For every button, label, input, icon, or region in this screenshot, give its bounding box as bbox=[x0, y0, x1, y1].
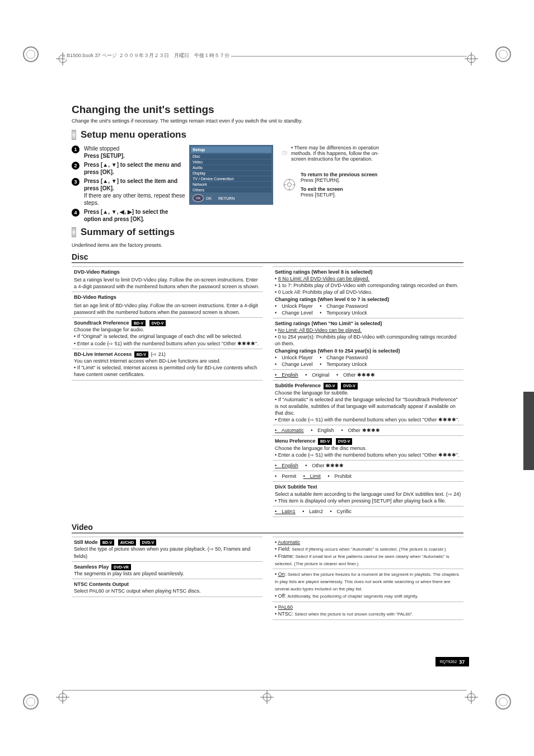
setting-option: Unlock Player bbox=[275, 354, 313, 361]
remote-setup-icon bbox=[282, 177, 297, 192]
format-tag: DVD-V bbox=[341, 383, 358, 389]
setting-name: Menu Preference bbox=[275, 438, 316, 444]
setting-option: Change Password bbox=[320, 303, 368, 309]
screenshot-item: Video bbox=[191, 159, 271, 165]
step-text: Press [▲, ▼, ◀, ▶] to select the option … bbox=[84, 208, 186, 223]
disc-heading: Disc bbox=[72, 252, 463, 263]
format-tag: DVD-VR bbox=[111, 564, 131, 570]
heading-ornament-icon bbox=[72, 227, 76, 237]
format-tag: BD-V bbox=[324, 383, 338, 389]
page-subtitle: Change the unit's settings if necessary.… bbox=[72, 118, 463, 124]
setting-note: If "Automatic" is selected and the langu… bbox=[275, 397, 458, 416]
page-number: RQT9262 37 bbox=[435, 657, 469, 666]
setting-option: Original bbox=[305, 372, 329, 378]
setting-option: 8 No Limit: All DVD-Video can be played. bbox=[278, 276, 369, 281]
setting-option: No Limit: All BD-Video can be played. bbox=[278, 327, 362, 333]
format-tag: BD-V bbox=[132, 320, 146, 326]
screenshot-ok-icon: OK bbox=[193, 194, 204, 202]
setting-desc: Choose the language for the disc menus. bbox=[275, 445, 367, 451]
step-text: Press [▲, ▼] to select the menu and pres… bbox=[84, 161, 186, 176]
setting-name: Subtitle Preference bbox=[275, 383, 321, 388]
format-tag: BD-V bbox=[318, 438, 332, 444]
video-heading: Video bbox=[72, 523, 463, 533]
setting-option: 1 to 7: Prohibits play of DVD-Video with… bbox=[278, 283, 458, 288]
setting-desc: Set an age limit of BD-Video play. Follo… bbox=[74, 303, 258, 315]
side-note: • There may be differences in operation … bbox=[291, 145, 394, 162]
step-number: 3 bbox=[72, 178, 79, 186]
step-number: 4 bbox=[72, 209, 79, 217]
registration-mark bbox=[23, 694, 39, 710]
step-number: 2 bbox=[72, 162, 79, 170]
format-tag: BD-V bbox=[134, 351, 148, 358]
remote-nav-icon bbox=[282, 145, 288, 161]
setting-name: DVD-Video Ratings bbox=[74, 269, 260, 275]
summary-note: Underlined items are the factory presets… bbox=[72, 242, 463, 248]
screenshot-item: Disc bbox=[191, 154, 271, 159]
screenshot-title: Setup bbox=[191, 147, 271, 153]
setting-note: Enter a code (⇨ 51) with the numbered bu… bbox=[77, 341, 259, 346]
registration-mark bbox=[495, 694, 511, 710]
setting-name: BD-Live Internet Access bbox=[74, 351, 132, 357]
setting-option: Change Level bbox=[275, 309, 313, 316]
section-heading: Summary of settings bbox=[81, 227, 175, 238]
setting-desc: Select PAL60 or NTSC output when playing… bbox=[74, 588, 200, 594]
side-note: To return to the previous screen Press [… bbox=[301, 172, 377, 198]
crosshair-icon bbox=[56, 691, 69, 704]
section-heading: Setup menu operations bbox=[81, 129, 186, 140]
setting-sub-title: Changing ratings (When level 0 to 7 is s… bbox=[275, 297, 389, 302]
format-tag: DVD-V bbox=[336, 438, 353, 444]
setting-note: Enter a code (⇨ 51) with the numbered bu… bbox=[278, 452, 460, 458]
setting-option: NTSC bbox=[278, 611, 292, 617]
setting-option: 0 Lock All: Prohibits play of all DVD-Vi… bbox=[278, 289, 373, 295]
setting-note: Enter a code (⇨ 51) with the numbered bu… bbox=[278, 417, 460, 422]
setting-desc: You can restrict Internet access when BD… bbox=[74, 358, 221, 364]
step-number: 1 bbox=[72, 145, 79, 153]
side-tab-settings bbox=[523, 392, 534, 470]
setting-option: Permit bbox=[275, 473, 296, 480]
setting-option: 0 to 254 year(s): Prohibits play of BD-V… bbox=[275, 334, 456, 346]
setting-name: NTSC Contents Output bbox=[74, 581, 129, 587]
setting-option: English bbox=[275, 372, 298, 378]
setting-desc: Choose the language for subtitle. bbox=[275, 390, 349, 396]
setting-name: DivX Subtitle Text bbox=[275, 484, 317, 490]
setting-option: Cyrillic bbox=[330, 508, 352, 515]
setting-sub-title: Setting ratings (When "No Limit" is sele… bbox=[275, 321, 382, 326]
footer-rule bbox=[63, 690, 467, 691]
setting-option: Change Level bbox=[275, 361, 313, 368]
setting-option: Automatic bbox=[278, 539, 300, 545]
setting-desc: Choose the language for audio. bbox=[74, 327, 144, 332]
setting-option: Unlock Player bbox=[275, 303, 313, 309]
setting-option: Limit bbox=[303, 473, 321, 480]
setting-option: English bbox=[311, 427, 334, 434]
crosshair-icon bbox=[465, 691, 478, 704]
page-title: Changing the unit's settings bbox=[72, 104, 463, 116]
setting-option: Frame bbox=[278, 553, 293, 559]
heading-ornament-icon bbox=[72, 130, 76, 140]
svg-point-17 bbox=[288, 183, 292, 187]
svg-rect-15 bbox=[282, 151, 287, 154]
setting-xref: (⇨ 21) bbox=[151, 351, 166, 357]
setting-note: If "Original" is selected, the original … bbox=[77, 334, 242, 339]
setting-option: Latin1 bbox=[275, 508, 296, 515]
setting-option: Prohibit bbox=[327, 473, 352, 480]
screenshot-item: Others bbox=[191, 187, 271, 192]
format-tag: DVD-V bbox=[149, 320, 166, 326]
setting-option: On bbox=[278, 571, 285, 577]
setting-option-note: Select if jittering occurs when "Automat… bbox=[292, 547, 446, 552]
screenshot-item: Network bbox=[191, 182, 271, 187]
screenshot-item: Display bbox=[191, 171, 271, 176]
registration-mark bbox=[23, 46, 39, 62]
format-tag: BD-V bbox=[100, 539, 114, 546]
setting-option: Other ✱✱✱✱ bbox=[336, 372, 375, 378]
setting-note: If "Limit" is selected, Internet access … bbox=[74, 365, 257, 377]
setting-desc: The segments in play lists are played se… bbox=[74, 571, 184, 576]
crosshair-icon bbox=[260, 691, 274, 704]
screenshot-return: RETURN bbox=[218, 196, 235, 200]
screenshot-item: TV / Device Connection bbox=[191, 176, 271, 181]
setting-desc: Select the type of picture shown when yo… bbox=[74, 546, 206, 552]
setting-desc: Set a ratings level to limit DVD-Video p… bbox=[74, 277, 259, 289]
setting-option: Other ✱✱✱✱ bbox=[341, 427, 380, 434]
setting-option-note: Select when the picture is not shown cor… bbox=[294, 612, 413, 617]
registration-mark bbox=[495, 46, 511, 62]
setting-option-note: Additionally, the positioning of chapter… bbox=[288, 594, 419, 599]
